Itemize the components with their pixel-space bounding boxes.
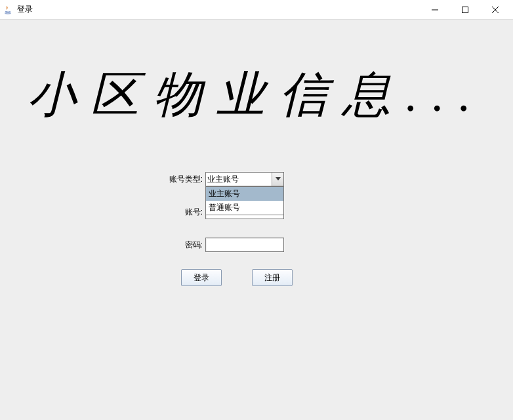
close-button[interactable]	[480, 0, 510, 20]
svg-rect-2	[462, 7, 468, 12]
row-account-type: 账号类型: 业主账号 业主账号 普通账号	[166, 172, 284, 186]
row-password: 密码:	[166, 238, 284, 252]
content-area: 小区物业信息... 账号类型: 业主账号 业主账号 普通账号 账号: 密码: 登…	[0, 20, 513, 420]
account-type-combo[interactable]: 业主账号 业主账号 普通账号	[205, 172, 284, 186]
svg-marker-5	[276, 177, 281, 180]
svg-point-0	[5, 12, 11, 14]
register-button[interactable]: 注册	[252, 269, 293, 286]
login-button[interactable]: 登录	[181, 269, 222, 286]
maximize-button[interactable]	[450, 0, 480, 20]
account-type-dropdown: 业主账号 普通账号	[205, 186, 284, 215]
chevron-down-icon[interactable]	[272, 173, 283, 186]
dropdown-option[interactable]: 业主账号	[206, 187, 283, 201]
window-title: 登录	[17, 4, 420, 15]
page-title: 小区物业信息...	[0, 62, 513, 128]
account-type-label: 账号类型:	[166, 174, 205, 185]
password-input[interactable]	[205, 238, 284, 252]
window-titlebar: 登录	[0, 0, 513, 20]
button-row: 登录 注册	[181, 269, 293, 286]
account-label: 账号:	[166, 207, 205, 218]
dropdown-option[interactable]: 普通账号	[206, 201, 283, 215]
account-type-selected: 业主账号	[206, 173, 272, 186]
java-app-icon	[3, 5, 13, 15]
minimize-button[interactable]	[420, 0, 450, 20]
window-controls	[420, 0, 510, 20]
password-label: 密码:	[166, 240, 205, 251]
